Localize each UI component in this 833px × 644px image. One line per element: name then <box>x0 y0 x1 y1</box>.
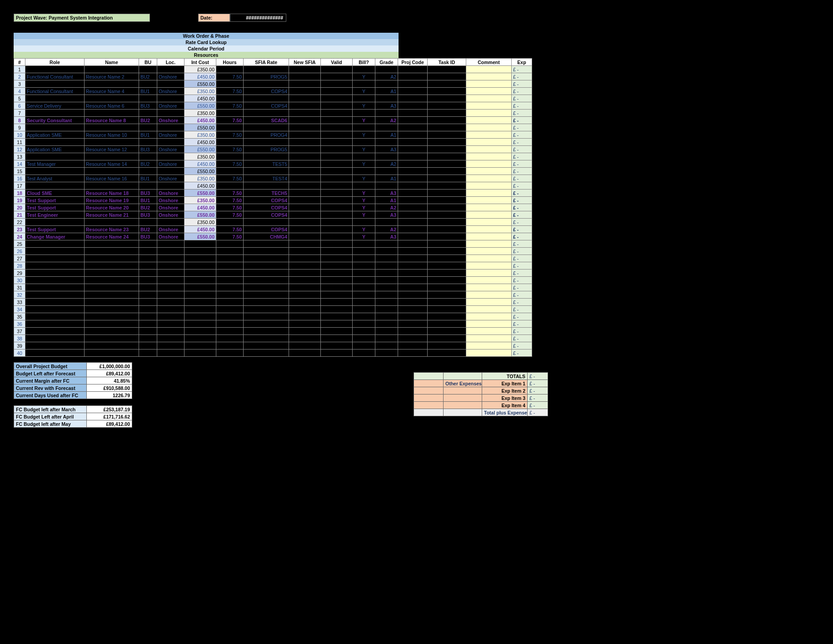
band-strip: Work Order & Phase Rate Card Lookup Cale… <box>14 33 541 58</box>
table-row[interactable]: 8Security ConsultantResource Name 8BU2On… <box>14 117 532 124</box>
table-row[interactable]: 36£0.00£ - <box>14 320 532 328</box>
table-row[interactable]: 31£0.00£ - <box>14 284 532 291</box>
table-row[interactable]: 27£0.00£ - <box>14 255 532 262</box>
project-title: Project Wave: Payment System Integration <box>14 14 150 22</box>
header-row: #RoleName BULoc.Int Cost HoursSFIA RateN… <box>14 59 532 66</box>
table-row[interactable]: 16Test AnalystResource Name 16BU1Onshore… <box>14 175 532 182</box>
table-row[interactable]: 9Test AnalystResource Name 9BU3Onshore£5… <box>14 124 532 131</box>
table-row[interactable]: 15Security ConsultantResource Name 15BU3… <box>14 168 532 175</box>
table-row[interactable]: 38£0.00£ - <box>14 335 532 342</box>
resource-table[interactable]: #RoleName BULoc.Int Cost HoursSFIA RateN… <box>14 58 532 357</box>
table-row[interactable]: 39£0.00£ - <box>14 342 532 349</box>
table-row[interactable]: 11Application SMEResource Name 11BU2Onsh… <box>14 139 532 146</box>
title-row: Project Wave: Payment System Integration… <box>14 14 541 22</box>
spreadsheet: Project Wave: Payment System Integration… <box>14 14 541 428</box>
table-row[interactable]: 21Test EngineerResource Name 21BU3Onshor… <box>14 211 532 219</box>
date-label: Date: <box>198 14 230 22</box>
table-row[interactable]: 37£0.00£ - <box>14 328 532 335</box>
table-row[interactable]: 23Test SupportResource Name 23BU2Onshore… <box>14 226 532 233</box>
table-row[interactable]: 12Application SMEResource Name 12BU3Onsh… <box>14 146 532 153</box>
table-row[interactable]: 26£0.00£ - <box>14 248 532 255</box>
table-row[interactable]: 6Service DeliveryResource Name 6BU3Onsho… <box>14 102 532 110</box>
table-row[interactable]: 14Test ManagerResource Name 14BU2Onshore… <box>14 160 532 168</box>
table-row[interactable]: 17Delivery ArchitectResource Name 17BU2O… <box>14 182 532 190</box>
date-value: ############## <box>230 14 286 22</box>
band-workorder: Work Order & Phase <box>14 33 399 39</box>
table-row[interactable]: 33£0.00£ - <box>14 299 532 306</box>
table-row[interactable]: 24Change ManagerResource Name 24BU3Onsho… <box>14 233 532 240</box>
table-row[interactable]: 7Application SMEResource Name 7BU1Onshor… <box>14 110 532 117</box>
fc-summary: FC Budget left after March£253,187.19FC … <box>14 405 132 428</box>
table-row[interactable]: 3Functional ConsultantResource Name 3BU3… <box>14 80 532 88</box>
table-row[interactable]: 5Test AnalystResource Name 5BU2Onshore£4… <box>14 95 532 102</box>
table-row[interactable]: 40£0.00£ - <box>14 349 532 357</box>
table-row[interactable]: 22Test SupportResource Name 22BU1Onshore… <box>14 219 532 226</box>
table-row[interactable]: 28£0.00£ - <box>14 262 532 270</box>
band-resources: Resources <box>14 52 399 58</box>
table-row[interactable]: 32£0.00£ - <box>14 291 532 299</box>
table-row[interactable]: 13Application SMEResource Name 13BU1Onsh… <box>14 153 532 160</box>
table-row[interactable]: 10Application SMEResource Name 10BU1Onsh… <box>14 131 532 139</box>
table-row[interactable]: 30£0.00£ - <box>14 277 532 284</box>
table-row[interactable]: 34£0.00£ - <box>14 306 532 313</box>
table-row[interactable]: 29£0.00£ - <box>14 270 532 277</box>
budget-summary: Overall Project Budget£1,000,000.00Budge… <box>14 362 132 399</box>
table-row[interactable]: 19Test SupportResource Name 19BU1Onshore… <box>14 197 532 204</box>
table-row[interactable]: 1Engagement ManagerResource Name 1BU1Ons… <box>14 66 532 73</box>
band-calendar: Calendar Period <box>14 45 399 52</box>
table-row[interactable]: 20Test SupportResource Name 20BU2Onshore… <box>14 204 532 211</box>
table-row[interactable]: 18Cloud SMEResource Name 18BU3Onshore£55… <box>14 190 532 197</box>
table-row[interactable]: 2Functional ConsultantResource Name 2BU2… <box>14 73 532 80</box>
table-row[interactable]: 4Functional ConsultantResource Name 4BU1… <box>14 88 532 95</box>
band-ratecard: Rate Card Lookup <box>14 39 399 45</box>
totals-block: TOTALS£ -Other ExpensesExp Item 1£ -Exp … <box>414 372 548 416</box>
table-row[interactable]: 25£0.00£ - <box>14 240 532 248</box>
table-row[interactable]: 35£0.00£ - <box>14 313 532 320</box>
